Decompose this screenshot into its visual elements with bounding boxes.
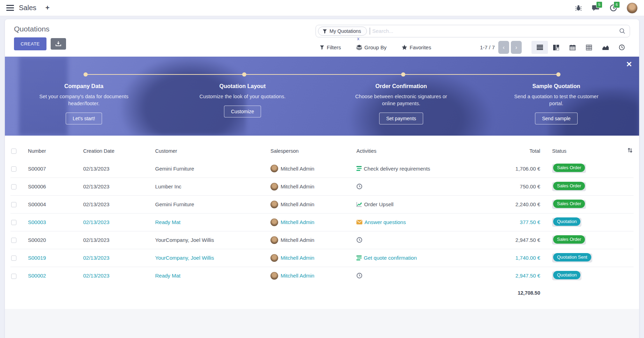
column-header-total[interactable]: Total — [471, 144, 541, 160]
create-button[interactable]: CREATE — [14, 37, 46, 50]
salesperson-name: Mitchell Admin — [281, 237, 314, 243]
activity-label[interactable]: Order Upsell — [364, 201, 393, 207]
row-checkbox[interactable] — [11, 184, 16, 189]
activity-label[interactable]: Answer questions — [364, 219, 406, 225]
filters-label: Filters — [327, 44, 341, 50]
upsell-chart-icon — [356, 202, 362, 207]
app-name[interactable]: Sales — [19, 4, 36, 12]
activity-view-button[interactable] — [614, 41, 630, 54]
table-row[interactable]: S00019 02/13/2023 YourCompany, Joel Will… — [10, 249, 634, 267]
lets-start-button[interactable]: Let's start! — [66, 113, 102, 124]
salesperson-name: Mitchell Admin — [281, 184, 314, 189]
activity-cell[interactable]: Order Upsell — [356, 201, 470, 207]
activity-cell[interactable] — [356, 184, 470, 189]
activity-cell[interactable] — [356, 273, 470, 279]
step-title: Quotation Layout — [194, 83, 291, 89]
graph-view-button[interactable] — [597, 41, 614, 54]
table-row[interactable]: S00020 02/13/2023 YourCompany, Joel Will… — [10, 231, 634, 249]
kanban-view-button[interactable] — [548, 41, 564, 54]
search-bar[interactable]: My Quotations x Search... — [316, 25, 630, 37]
table-row[interactable]: S00004 02/13/2023 Gemini Furniture Mitch… — [10, 195, 634, 213]
activity-cell[interactable] — [356, 237, 470, 243]
debug-bug-icon[interactable] — [574, 4, 583, 12]
activity-cell[interactable]: Get quote confirmation — [356, 255, 470, 261]
pivot-view-button[interactable] — [581, 41, 597, 54]
activity-cell[interactable]: Check delivery requirements — [356, 166, 470, 172]
row-checkbox[interactable] — [11, 274, 16, 279]
table-row[interactable]: S00002 02/13/2023 Ready Mat Mitchell Adm… — [10, 267, 634, 285]
activity-label[interactable]: Check delivery requirements — [364, 166, 430, 172]
column-header-status[interactable]: Status — [551, 144, 620, 160]
order-total: 377.50 € — [471, 213, 541, 231]
favorites-button[interactable]: Favorites — [402, 44, 431, 50]
facet-remove-icon[interactable]: x — [357, 36, 360, 41]
order-total: 1,706.00 € — [471, 160, 541, 178]
user-avatar[interactable] — [627, 2, 638, 14]
customize-button[interactable]: Customize — [224, 106, 261, 117]
quotation-number[interactable]: S00019 — [27, 249, 82, 267]
group-by-label: Group By — [364, 44, 386, 50]
salesperson-avatar — [270, 236, 278, 244]
creation-date: 02/13/2023 — [82, 249, 154, 267]
salesperson-name: Mitchell Admin — [281, 255, 314, 261]
table-row[interactable]: S00003 02/13/2023 Ready Mat Mitchell Adm… — [10, 213, 634, 231]
search-input[interactable]: Search... — [370, 28, 619, 35]
banner-close-icon[interactable]: ✕ — [626, 60, 632, 69]
step-title: Order Confirmation — [352, 83, 450, 89]
salesperson-avatar — [270, 254, 278, 262]
new-tab-icon[interactable]: + — [45, 4, 50, 12]
column-header-number[interactable]: Number — [27, 144, 82, 160]
activities-count-badge: 6 — [614, 1, 620, 8]
table-row[interactable]: S00006 02/13/2023 Lumber Inc Mitchell Ad… — [10, 178, 634, 195]
activities-clock-icon[interactable]: 6 — [609, 4, 617, 12]
table-body: S00007 02/13/2023 Gemini Furniture Mitch… — [10, 160, 634, 285]
default-activity-clock-icon — [356, 184, 362, 189]
list-view-button[interactable] — [531, 41, 548, 54]
optional-columns-button[interactable] — [620, 144, 634, 160]
group-by-button[interactable]: Group By — [356, 44, 386, 50]
quotation-number[interactable]: S00020 — [27, 231, 82, 249]
layers-icon — [356, 45, 362, 50]
activity-cell[interactable]: Answer questions — [356, 219, 470, 225]
search-facet-my-quotations[interactable]: My Quotations — [318, 27, 367, 36]
row-checkbox[interactable] — [11, 202, 16, 207]
pager-prev-button[interactable]: ‹ — [498, 41, 509, 54]
row-checkbox[interactable] — [11, 166, 16, 172]
send-sample-button[interactable]: Send sample — [535, 113, 578, 124]
salesperson-name: Mitchell Admin — [281, 201, 314, 207]
quotation-number[interactable]: S00007 — [27, 160, 82, 178]
salesperson-avatar — [270, 201, 278, 208]
order-total: 2,947.50 € — [471, 267, 541, 285]
set-payments-button[interactable]: Set payments — [379, 113, 423, 124]
column-header-salesperson[interactable]: Salesperson — [270, 144, 356, 160]
activity-label[interactable]: Get quote confirmation — [364, 255, 417, 261]
table-row[interactable]: S00007 02/13/2023 Gemini Furniture Mitch… — [10, 160, 634, 178]
status-badge: Quotation Sent — [552, 253, 592, 263]
quotation-number[interactable]: S00003 — [27, 213, 82, 231]
export-button[interactable] — [51, 38, 66, 50]
column-header-creation-date[interactable]: Creation Date — [82, 144, 154, 160]
filters-button[interactable]: Filters — [320, 44, 341, 50]
onboarding-banner: ✕ Company Data Set your company's data f… — [5, 57, 639, 136]
calendar-view-button[interactable] — [564, 41, 581, 54]
pager-next-button[interactable]: › — [511, 41, 522, 54]
table-footer-row: 12,708.50 — [10, 285, 634, 301]
row-checkbox[interactable] — [11, 238, 16, 243]
onboarding-step-order-confirmation: Order Confirmation Choose between electr… — [352, 83, 450, 124]
quotation-number[interactable]: S00006 — [27, 178, 82, 195]
row-checkbox[interactable] — [11, 256, 16, 261]
row-checkbox[interactable] — [11, 220, 16, 225]
search-icon[interactable] — [619, 28, 625, 34]
default-activity-clock-icon — [356, 273, 362, 279]
order-total: 2,947.50 € — [471, 231, 541, 249]
column-header-activities[interactable]: Activities — [356, 144, 471, 160]
quotation-number[interactable]: S00004 — [27, 195, 82, 213]
messages-icon[interactable]: 5 — [592, 4, 600, 12]
column-header-customer[interactable]: Customer — [154, 144, 270, 160]
menu-icon[interactable] — [6, 5, 14, 11]
select-all-checkbox[interactable] — [11, 149, 16, 154]
salesperson-avatar — [270, 183, 278, 190]
footer-total: 12,708.50 — [471, 285, 541, 301]
list-view-icon — [537, 45, 543, 50]
quotation-number[interactable]: S00002 — [27, 267, 82, 285]
